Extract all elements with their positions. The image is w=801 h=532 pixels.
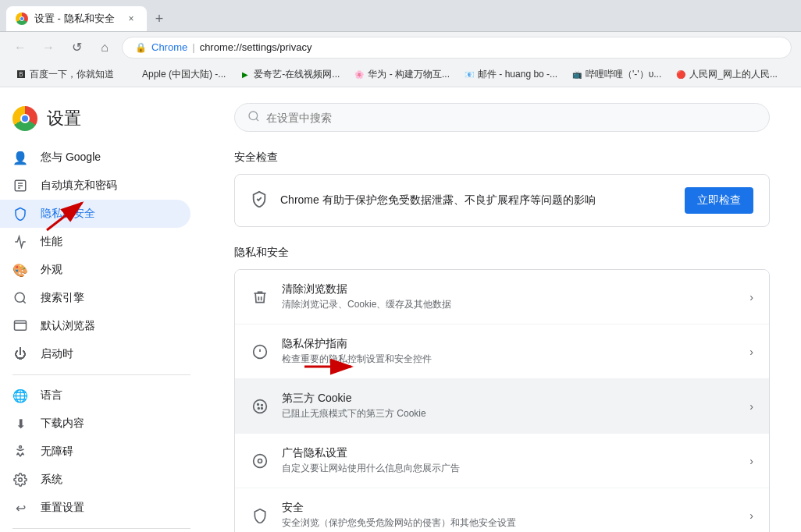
sidebar-label-search: 搜索引擎 <box>41 291 84 305</box>
sidebar-header: 设置 <box>0 100 203 144</box>
svg-point-14 <box>254 399 267 413</box>
sidebar-label-you-google: 您与 Google <box>41 151 101 165</box>
sidebar-label-performance: 性能 <box>41 235 62 249</box>
chevron-right-icon-2: › <box>749 346 753 358</box>
cookie-title: 第三方 Cookie <box>282 392 737 406</box>
huawei-favicon: 🌸 <box>354 69 365 80</box>
bookmark-iqiyi[interactable]: ▶ 爱奇艺-在线视频网... <box>233 66 346 83</box>
safety-shield-icon <box>251 190 268 211</box>
privacy-item-cookie[interactable]: 第三方 Cookie 已阻止无痕模式下的第三方 Cookie › <box>235 379 769 434</box>
autofill-icon <box>12 178 28 193</box>
chevron-right-icon-5: › <box>749 509 753 522</box>
bookmark-people[interactable]: 🔴 人民网_网上的人民... <box>669 66 784 83</box>
svg-point-20 <box>258 459 262 463</box>
tab-bar: 设置 - 隐私和安全 × + <box>0 0 801 31</box>
tab-close-button[interactable]: × <box>125 12 137 25</box>
svg-point-9 <box>249 112 258 120</box>
ad-privacy-icon <box>251 452 269 470</box>
svg-point-16 <box>262 404 263 406</box>
clear-browsing-title: 清除浏览数据 <box>282 282 737 296</box>
sidebar-label-privacy: 隐私和安全 <box>41 207 95 221</box>
sidebar-item-startup[interactable]: ⏻ 启动时 <box>0 340 190 368</box>
privacy-guide-title: 隐私保护指南 <box>282 337 737 351</box>
clear-browsing-text: 清除浏览数据 清除浏览记录、Cookie、缓存及其他数据 <box>282 282 737 311</box>
performance-icon <box>12 234 28 250</box>
privacy-section-title: 隐私和安全 <box>234 246 770 260</box>
sidebar-item-privacy[interactable]: 隐私和安全 <box>0 200 190 228</box>
bookmark-apple[interactable]: Apple (中国大陆) -... <box>122 66 232 83</box>
sidebar-item-accessibility[interactable]: 无障碍 <box>0 438 190 466</box>
sidebar-label-startup: 启动时 <box>41 347 73 361</box>
chevron-right-icon-3: › <box>749 400 753 413</box>
mail-favicon: 📧 <box>464 69 475 80</box>
search-box[interactable] <box>234 103 770 132</box>
tab-favicon <box>16 12 28 25</box>
chrome-logo <box>12 106 37 131</box>
address-bar-row: ← → ↺ ⌂ 🔒 Chrome | chrome://settings/pri… <box>0 31 801 62</box>
bookmark-huawei[interactable]: 🌸 华为 - 构建万物互... <box>347 66 456 83</box>
safety-card: Chrome 有助于保护您免受数据泄露、不良扩展程序等问题的影响 立即检查 <box>234 174 770 227</box>
sidebar-label-accessibility: 无障碍 <box>41 445 73 459</box>
safety-description: Chrome 有助于保护您免受数据泄露、不良扩展程序等问题的影响 <box>280 193 672 207</box>
sidebar-item-performance[interactable]: 性能 <box>0 228 190 256</box>
address-brand: Chrome <box>151 41 187 53</box>
sidebar-item-system[interactable]: 系统 <box>0 466 190 494</box>
chrome-logo-inner <box>20 114 30 123</box>
address-lock-icon: 🔒 <box>135 42 147 53</box>
privacy-item-ad-privacy[interactable]: 广告隐私设置 自定义要让网站使用什么信息向您展示广告 › <box>235 434 769 488</box>
sidebar-item-default-browser[interactable]: 默认浏览器 <box>0 312 190 340</box>
browser-chrome: 设置 - 隐私和安全 × + ← → ↺ ⌂ 🔒 Chrome | chrome… <box>0 0 801 87</box>
sidebar-label-appearance: 外观 <box>41 263 62 277</box>
sidebar-label-autofill: 自动填充和密码 <box>41 179 117 193</box>
settings-title: 设置 <box>47 107 81 130</box>
bookmark-label: 华为 - 构建万物互... <box>368 68 450 81</box>
address-bar[interactable]: 🔒 Chrome | chrome://settings/privacy <box>122 37 792 59</box>
bookmarks-bar: 🅱 百度一下，你就知道 Apple (中国大陆) -... ▶ 爱奇艺-在线视频… <box>0 62 801 87</box>
privacy-guide-text: 隐私保护指南 检查重要的隐私控制设置和安全控件 <box>282 337 737 366</box>
home-button[interactable]: ⌂ <box>94 37 116 59</box>
sidebar-item-you-google[interactable]: 👤 您与 Google <box>0 144 190 172</box>
tab-title: 设置 - 隐私和安全 <box>34 12 115 26</box>
bookmark-label: 邮件 - huang bo -... <box>478 68 557 81</box>
svg-point-15 <box>258 403 259 405</box>
language-icon: 🌐 <box>12 388 28 403</box>
active-tab[interactable]: 设置 - 隐私和安全 × <box>6 6 147 31</box>
search-input[interactable] <box>266 112 756 124</box>
forward-button[interactable]: → <box>37 37 59 59</box>
apple-favicon <box>128 69 139 80</box>
sidebar-item-downloads[interactable]: ⬇ 下载内容 <box>0 410 190 438</box>
sidebar-label-reset: 重置设置 <box>41 501 84 515</box>
safety-check-button[interactable]: 立即检查 <box>685 187 753 214</box>
refresh-button[interactable]: ↺ <box>66 37 87 59</box>
ad-privacy-title: 广告隐私设置 <box>282 446 737 460</box>
ad-privacy-desc: 自定义要让网站使用什么信息向您展示广告 <box>282 462 737 475</box>
baidu-favicon: 🅱 <box>16 69 27 80</box>
svg-line-10 <box>256 119 258 121</box>
privacy-guide-icon <box>251 342 269 361</box>
back-button[interactable]: ← <box>9 37 31 59</box>
privacy-list: 清除浏览数据 清除浏览记录、Cookie、缓存及其他数据 › 隐私保护指南 检查… <box>234 269 770 532</box>
svg-point-8 <box>20 446 22 449</box>
svg-point-17 <box>258 407 260 409</box>
bookmark-baidu[interactable]: 🅱 百度一下，你就知道 <box>9 66 120 83</box>
new-tab-button[interactable]: + <box>147 6 172 31</box>
privacy-item-security[interactable]: 安全 安全浏览（保护您免受危险网站的侵害）和其他安全设置 › <box>235 488 769 532</box>
sidebar-item-autofill[interactable]: 自动填充和密码 <box>0 172 190 200</box>
sidebar-item-search[interactable]: 搜索引擎 <box>0 284 190 312</box>
sidebar-label-system: 系统 <box>41 473 62 487</box>
people-favicon: 🔴 <box>675 69 686 80</box>
security-icon <box>251 506 269 525</box>
svg-point-18 <box>262 407 263 409</box>
bookmark-bilibili[interactable]: 📺 哔哩哔哩（'-'）υ... <box>565 66 668 83</box>
privacy-item-guide[interactable]: 隐私保护指南 检查重要的隐私控制设置和安全控件 › <box>235 325 769 379</box>
bookmark-label: 百度一下，你就知道 <box>30 68 114 81</box>
sidebar-label-language: 语言 <box>41 388 62 403</box>
privacy-item-clear-browsing[interactable]: 清除浏览数据 清除浏览记录、Cookie、缓存及其他数据 › <box>235 270 769 325</box>
bookmark-mail[interactable]: 📧 邮件 - huang bo -... <box>457 66 564 83</box>
bookmark-label: Apple (中国大陆) -... <box>142 68 226 81</box>
trash-icon <box>251 288 269 307</box>
sidebar-item-reset[interactable]: ↩ 重置设置 <box>0 494 190 522</box>
sidebar-item-appearance[interactable]: 🎨 外观 <box>0 256 190 284</box>
sidebar-item-language[interactable]: 🌐 语言 <box>0 381 190 410</box>
security-title: 安全 <box>282 501 737 515</box>
